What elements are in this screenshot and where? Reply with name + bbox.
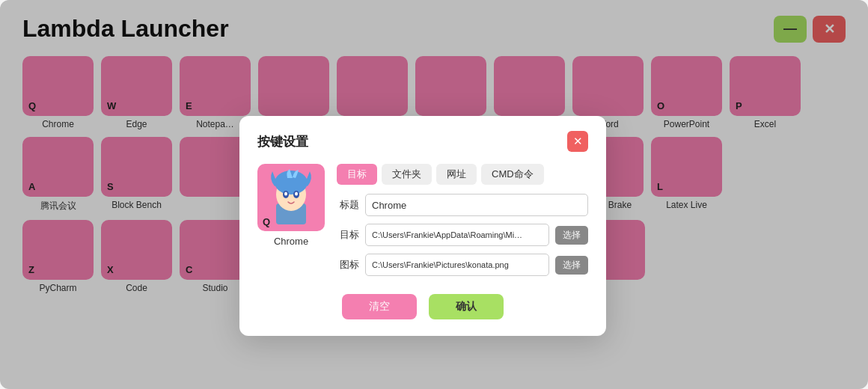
modal-key-letter: Q <box>263 216 270 227</box>
settings-modal: 按键设置 ✕ <box>239 116 606 336</box>
svg-point-6 <box>295 192 298 196</box>
title-input[interactable] <box>365 194 588 216</box>
tab-target[interactable]: 目标 <box>337 164 377 185</box>
app-window: Lambda Launcher — ✕ Q Chrome W Edge <box>0 0 868 389</box>
modal-header: 按键设置 ✕ <box>257 131 588 152</box>
tab-folder[interactable]: 文件夹 <box>382 164 432 185</box>
target-input[interactable] <box>365 224 549 246</box>
tab-row: 目标 文件夹 网址 CMD命令 <box>337 164 588 185</box>
target-form-row: 目标 选择 <box>337 224 588 246</box>
title-field-label: 标题 <box>337 198 359 212</box>
icon-form-row: 图标 选择 <box>337 254 588 276</box>
modal-icon-area: Q Chrome <box>257 164 325 284</box>
modal-icon-box: Q <box>257 164 325 231</box>
target-field-label: 目标 <box>337 228 359 242</box>
confirm-button[interactable]: 确认 <box>429 294 504 319</box>
modal-icon-label: Chrome <box>274 236 308 247</box>
modal-form: 目标 文件夹 网址 CMD命令 标题 目标 选择 <box>337 164 588 284</box>
modal-body: Q Chrome 目标 文件夹 网址 CMD命令 标题 <box>257 164 588 284</box>
svg-point-5 <box>284 192 287 196</box>
tab-url[interactable]: 网址 <box>436 164 477 185</box>
clear-button[interactable]: 清空 <box>342 294 417 319</box>
icon-select-button[interactable]: 选择 <box>555 256 588 275</box>
modal-title: 按键设置 <box>257 133 308 150</box>
title-form-row: 标题 <box>337 194 588 216</box>
tab-cmd[interactable]: CMD命令 <box>481 164 544 185</box>
modal-close-button[interactable]: ✕ <box>567 131 588 152</box>
icon-field-label: 图标 <box>337 258 359 272</box>
icon-input[interactable] <box>365 254 549 276</box>
target-select-button[interactable]: 选择 <box>555 226 588 245</box>
modal-footer: 清空 确认 <box>257 294 588 319</box>
